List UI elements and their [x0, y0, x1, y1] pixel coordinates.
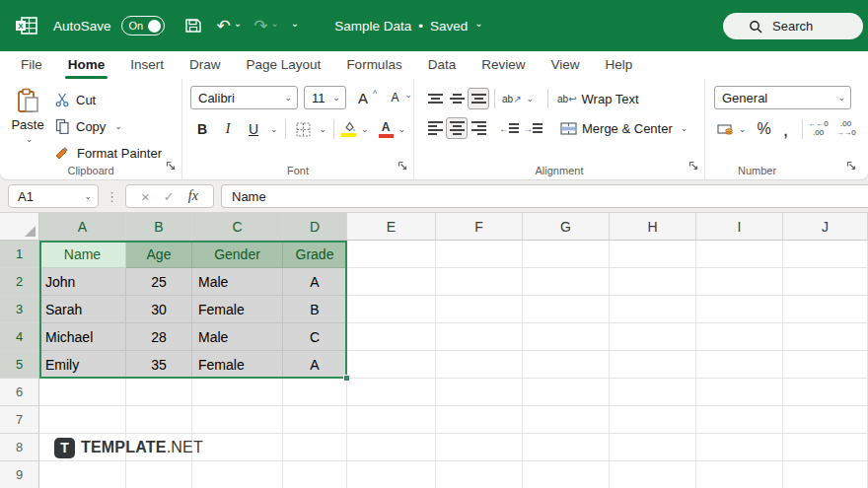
cell-E7[interactable] — [347, 406, 436, 434]
cell-I4[interactable] — [696, 323, 783, 351]
undo-icon[interactable]: ↶ — [217, 18, 231, 35]
cell-E1[interactable] — [347, 241, 436, 268]
cell-D3[interactable]: B — [283, 296, 347, 323]
cell-F2[interactable] — [436, 268, 523, 296]
tab-help[interactable]: Help — [592, 53, 645, 79]
cell-B6[interactable] — [126, 379, 192, 406]
cell-G1[interactable] — [523, 241, 610, 268]
cell-J2[interactable] — [783, 268, 868, 296]
cell-D2[interactable]: A — [283, 268, 347, 296]
cell-E8[interactable] — [347, 434, 436, 461]
cell-F4[interactable] — [436, 323, 523, 351]
cell-B4[interactable]: 28 — [126, 323, 192, 351]
cell-G3[interactable] — [523, 296, 610, 323]
cell-J6[interactable] — [783, 379, 868, 406]
tab-data[interactable]: Data — [415, 53, 470, 79]
cell-B7[interactable] — [126, 406, 192, 434]
select-all-button[interactable] — [0, 213, 39, 241]
number-dialog-launcher[interactable] — [846, 157, 856, 174]
shrink-font-button[interactable]: A ⌄ — [384, 87, 413, 108]
column-header-C[interactable]: C — [192, 213, 283, 241]
cell-G5[interactable] — [523, 351, 610, 379]
undo-chevron-icon[interactable]: ⌄ — [234, 18, 242, 29]
column-header-J[interactable]: J — [783, 213, 868, 241]
comma-style-button[interactable]: , — [775, 118, 797, 140]
cell-E5[interactable] — [347, 351, 436, 379]
cell-I1[interactable] — [696, 241, 783, 268]
cell-J4[interactable] — [783, 323, 868, 351]
column-header-G[interactable]: G — [523, 213, 610, 241]
row-header-7[interactable]: 7 — [0, 406, 39, 434]
cell-C8[interactable] — [192, 434, 283, 461]
tab-file[interactable]: File — [8, 53, 55, 79]
row-header-6[interactable]: 6 — [0, 379, 39, 406]
column-header-D[interactable]: D — [283, 213, 347, 241]
cell-G8[interactable] — [523, 434, 610, 461]
cell-F1[interactable] — [436, 241, 523, 268]
cell-E6[interactable] — [347, 379, 436, 406]
borders-chevron-icon[interactable]: ⌄ — [320, 124, 327, 134]
orientation-chevron-icon[interactable]: ⌄ — [527, 94, 535, 104]
cell-D1[interactable]: Grade — [283, 241, 347, 268]
autosave-toggle[interactable]: On — [121, 16, 165, 35]
cell-D5[interactable]: A — [283, 351, 347, 379]
cell-D9[interactable] — [283, 461, 347, 488]
decrease-decimal-button[interactable]: .00 →→0 — [835, 120, 857, 138]
fill-handle[interactable] — [343, 375, 350, 382]
cell-D7[interactable] — [283, 406, 347, 434]
font-color-button[interactable]: A — [379, 121, 394, 138]
cell-E9[interactable] — [347, 461, 436, 488]
cell-H5[interactable] — [610, 351, 696, 379]
wrap-text-button[interactable]: ab↩ Wrap Text — [557, 92, 639, 106]
cell-J5[interactable] — [783, 351, 868, 379]
cell-F3[interactable] — [436, 296, 523, 323]
underline-button[interactable]: U — [242, 118, 265, 140]
cell-B3[interactable]: 30 — [126, 296, 192, 323]
cell-J1[interactable] — [783, 241, 868, 268]
format-painter-button[interactable]: Format Painter — [55, 141, 162, 165]
align-left-button[interactable] — [424, 117, 446, 139]
cell-E2[interactable] — [347, 268, 436, 296]
cell-G7[interactable] — [523, 406, 610, 434]
merge-center-button[interactable]: Merge & Center ⌄ — [560, 121, 687, 136]
cell-J3[interactable] — [783, 296, 868, 323]
clipboard-dialog-launcher[interactable] — [166, 157, 176, 174]
font-name-select[interactable]: Calibri ⌄ — [190, 86, 298, 109]
cell-I9[interactable] — [696, 461, 783, 488]
row-header-9[interactable]: 9 — [0, 461, 39, 488]
cell-I2[interactable] — [696, 268, 783, 296]
cell-D8[interactable] — [283, 434, 347, 461]
cell-F9[interactable] — [436, 461, 523, 488]
row-header-2[interactable]: 2 — [0, 268, 39, 296]
increase-indent-button[interactable]: → — [521, 117, 544, 139]
cell-C4[interactable]: Male — [192, 323, 283, 351]
cell-A9[interactable] — [39, 461, 126, 488]
cell-B5[interactable]: 35 — [126, 351, 192, 379]
enter-button[interactable]: ✓ — [164, 189, 175, 204]
cell-H8[interactable] — [610, 434, 696, 461]
cell-C1[interactable]: Gender — [192, 241, 283, 268]
cell-J8[interactable] — [783, 434, 868, 461]
grow-font-button[interactable]: A ^ — [352, 87, 379, 108]
tab-formulas[interactable]: Formulas — [333, 53, 414, 79]
accounting-format-button[interactable] — [714, 118, 736, 140]
italic-button[interactable]: I — [216, 118, 240, 140]
align-right-button[interactable] — [468, 117, 489, 139]
column-header-I[interactable]: I — [696, 213, 783, 241]
cell-H3[interactable] — [610, 296, 696, 323]
accounting-chevron-icon[interactable]: ⌄ — [739, 124, 747, 134]
cell-F5[interactable] — [436, 351, 523, 379]
row-header-8[interactable]: 8 — [0, 434, 39, 461]
formula-bar-drag-icon[interactable]: ⋮ — [106, 189, 118, 204]
copy-button[interactable]: Copy ⌄ — [55, 114, 162, 138]
cell-H1[interactable] — [610, 241, 696, 268]
tab-home[interactable]: Home — [55, 53, 118, 79]
underline-chevron-icon[interactable]: ⌄ — [270, 124, 278, 134]
cell-D4[interactable]: C — [283, 323, 347, 351]
fill-color-chevron-icon[interactable]: ⌄ — [361, 124, 369, 134]
cell-A4[interactable]: Michael — [39, 323, 126, 351]
column-header-A[interactable]: A — [39, 213, 126, 241]
increase-decimal-button[interactable]: ←←0 .00 — [808, 120, 830, 138]
cell-B1[interactable]: Age — [126, 241, 192, 268]
percent-style-button[interactable]: % — [754, 118, 775, 140]
